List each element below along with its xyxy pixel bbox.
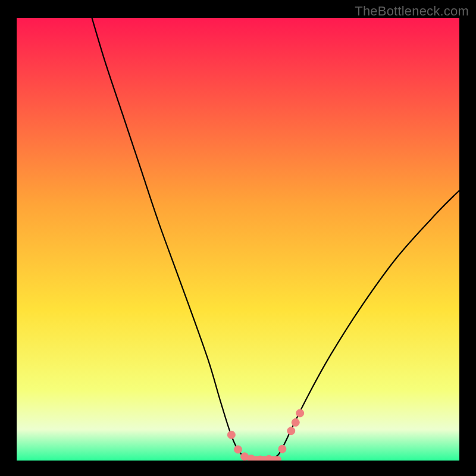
plot-background <box>17 18 459 461</box>
marker-dot <box>234 446 242 453</box>
attribution-label: TheBottleneck.com <box>355 4 469 19</box>
marker-dot <box>296 409 304 417</box>
bottleneck-plot <box>17 18 459 461</box>
marker-dot <box>265 455 273 461</box>
marker-dot <box>287 427 295 435</box>
chart-frame: TheBottleneck.com <box>0 0 476 476</box>
marker-dot <box>256 456 264 461</box>
marker-dot <box>292 419 299 427</box>
marker-dot <box>248 455 255 461</box>
marker-dot <box>227 431 235 439</box>
marker-dot <box>278 445 286 453</box>
